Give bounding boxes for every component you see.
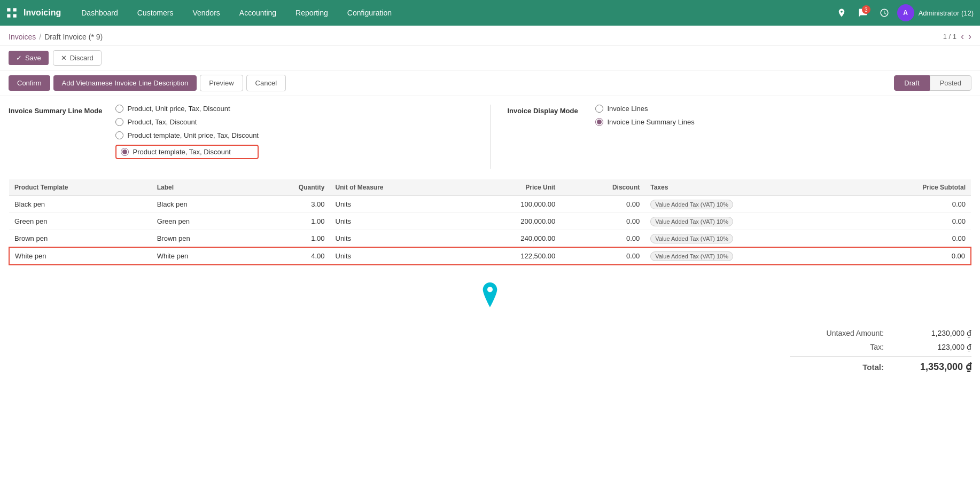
- save-button[interactable]: ✓ Save: [9, 51, 49, 65]
- summary-option-3[interactable]: Product template, Unit price, Tax, Disco…: [115, 131, 259, 139]
- cell-taxes: Value Added Tax (VAT) 10%: [645, 247, 852, 265]
- username[interactable]: Administrator (12): [919, 9, 974, 17]
- display-option-2[interactable]: Invoice Line Summary Lines: [595, 118, 695, 126]
- summary-option-1[interactable]: Product, Unit price, Tax, Discount: [115, 105, 259, 113]
- nav-accounting[interactable]: Accounting: [230, 0, 286, 26]
- cell-taxes: Value Added Tax (VAT) 10%: [645, 230, 852, 248]
- summary-mode-label: Invoice Summary Line Mode: [9, 105, 103, 115]
- col-quantity: Quantity: [249, 179, 330, 196]
- discard-button[interactable]: ✕ Discard: [53, 50, 102, 66]
- tax-label: Tax:: [790, 343, 897, 351]
- total-row: Total: 1,353,000 ₫: [790, 356, 971, 375]
- next-record-button[interactable]: ›: [968, 31, 971, 42]
- nav-vendors[interactable]: Vendors: [183, 0, 229, 26]
- cell-discount: 0.00: [561, 247, 645, 265]
- col-product-template: Product Template: [9, 179, 152, 196]
- cell-product: Black pen: [9, 196, 152, 213]
- table-row[interactable]: Green pen Green pen 1.00 Units 200,000.0…: [9, 213, 971, 230]
- cell-price-unit: 122,500.00: [460, 247, 561, 265]
- summary-radio-2[interactable]: [115, 118, 123, 126]
- cell-subtotal: 0.00: [852, 213, 971, 230]
- cell-product: Brown pen: [9, 230, 152, 248]
- breadcrumb-current: Draft Invoice (* 9): [44, 33, 103, 41]
- app-title: Invoicing: [24, 8, 61, 18]
- map-pin-area: [9, 274, 971, 318]
- prev-record-button[interactable]: ‹: [961, 31, 964, 42]
- cell-label: Green pen: [152, 213, 249, 230]
- display-option-1[interactable]: Invoice Lines: [595, 105, 695, 113]
- nav-configuration[interactable]: Configuration: [338, 0, 401, 26]
- cell-subtotal: 0.00: [852, 247, 971, 265]
- clock-icon[interactable]: [876, 4, 893, 21]
- display-radio-2[interactable]: [595, 118, 603, 126]
- cell-discount: 0.00: [561, 196, 645, 213]
- summary-radio-3[interactable]: [115, 131, 123, 139]
- record-navigation: 1 / 1 ‹ ›: [943, 31, 971, 42]
- total-label: Total:: [790, 363, 897, 372]
- chat-badge: 3: [862, 5, 870, 14]
- cell-uom: Units: [330, 247, 461, 265]
- untaxed-label: Untaxed Amount:: [790, 329, 897, 337]
- cell-quantity: 1.00: [249, 213, 330, 230]
- table-row[interactable]: Black pen Black pen 3.00 Units 100,000.0…: [9, 196, 971, 213]
- cell-label: Black pen: [152, 196, 249, 213]
- tax-value: 123,000 ₫: [907, 343, 971, 351]
- cell-product: White pen: [9, 247, 152, 265]
- top-navigation: Invoicing Dashboard Customers Vendors Ac…: [0, 0, 980, 26]
- chat-icon[interactable]: 3: [854, 4, 872, 21]
- total-value: 1,353,000 ₫: [907, 361, 971, 373]
- cell-quantity: 4.00: [249, 247, 330, 265]
- svg-rect-3: [13, 14, 17, 18]
- totals-table: Untaxed Amount: 1,230,000 ₫ Tax: 123,000…: [790, 326, 971, 375]
- cell-quantity: 1.00: [249, 230, 330, 248]
- status-posted-button[interactable]: Posted: [930, 75, 971, 91]
- nav-customers[interactable]: Customers: [128, 0, 183, 26]
- cell-discount: 0.00: [561, 230, 645, 248]
- map-pin-icon: [479, 282, 501, 309]
- cell-uom: Units: [330, 196, 461, 213]
- summary-radio-4[interactable]: [121, 148, 129, 156]
- grid-menu-button[interactable]: [6, 5, 21, 20]
- discard-x-icon: ✕: [61, 54, 67, 62]
- col-taxes: Taxes: [645, 179, 852, 196]
- display-mode-label: Invoice Display Mode: [508, 105, 582, 115]
- col-subtotal: Price Subtotal: [852, 179, 971, 196]
- display-radio-1[interactable]: [595, 105, 603, 113]
- save-check-icon: ✓: [16, 54, 22, 62]
- cell-uom: Units: [330, 230, 461, 248]
- vertical-divider: [490, 105, 491, 169]
- nav-dashboard[interactable]: Dashboard: [72, 0, 128, 26]
- cell-subtotal: 0.00: [852, 230, 971, 248]
- cell-price-unit: 240,000.00: [460, 230, 561, 248]
- nav-reporting[interactable]: Reporting: [286, 0, 338, 26]
- cell-subtotal: 0.00: [852, 196, 971, 213]
- main-menu: Dashboard Customers Vendors Accounting R…: [72, 0, 830, 26]
- display-mode-group: Invoice Display Mode Invoice Lines Invoi…: [508, 105, 972, 126]
- display-mode-options: Invoice Lines Invoice Line Summary Lines: [595, 105, 695, 126]
- breadcrumb-bar: Invoices / Draft Invoice (* 9) 1 / 1 ‹ ›: [0, 26, 980, 46]
- avatar[interactable]: A: [897, 4, 914, 21]
- col-discount: Discount: [561, 179, 645, 196]
- confirm-button[interactable]: Confirm: [9, 75, 50, 91]
- add-vn-button[interactable]: Add Vietnamese Invoice Line Description: [53, 75, 197, 91]
- table-row[interactable]: White pen White pen 4.00 Units 122,500.0…: [9, 247, 971, 265]
- summary-mode-group: Invoice Summary Line Mode Product, Unit …: [9, 105, 473, 159]
- main-content: Invoice Summary Line Mode Product, Unit …: [0, 96, 980, 384]
- table-row[interactable]: Brown pen Brown pen 1.00 Units 240,000.0…: [9, 230, 971, 248]
- breadcrumb-separator: /: [39, 33, 41, 41]
- untaxed-value: 1,230,000 ₫: [907, 329, 971, 337]
- status-draft-button[interactable]: Draft: [894, 75, 929, 91]
- summary-option-4[interactable]: Product template, Tax, Discount: [115, 145, 259, 159]
- col-uom: Unit of Measure: [330, 179, 461, 196]
- totals-section: Untaxed Amount: 1,230,000 ₫ Tax: 123,000…: [9, 318, 971, 375]
- cell-taxes: Value Added Tax (VAT) 10%: [645, 196, 852, 213]
- col-label: Label: [152, 179, 249, 196]
- svg-rect-1: [13, 8, 17, 11]
- cancel-button[interactable]: Cancel: [246, 75, 286, 91]
- breadcrumb-parent[interactable]: Invoices: [9, 33, 36, 41]
- preview-button[interactable]: Preview: [200, 75, 243, 91]
- col-price-unit: Price Unit: [460, 179, 561, 196]
- activity-icon[interactable]: [833, 4, 850, 21]
- summary-radio-1[interactable]: [115, 105, 123, 113]
- summary-option-2[interactable]: Product, Tax, Discount: [115, 118, 259, 126]
